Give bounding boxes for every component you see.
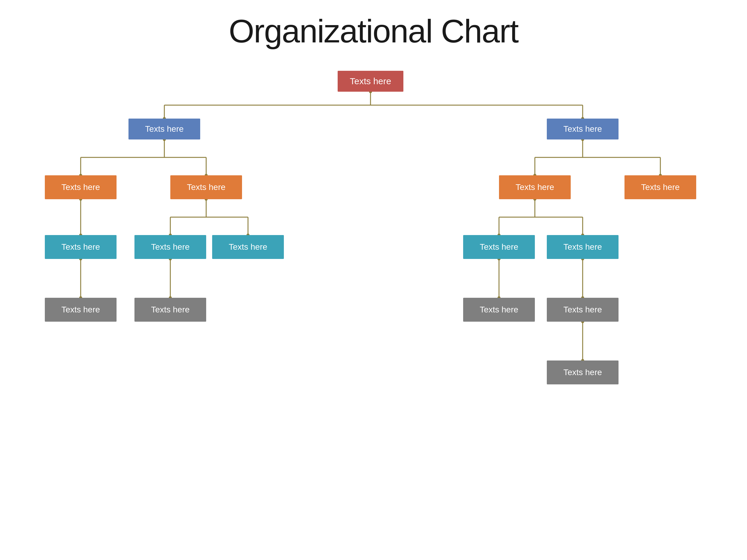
node-l1-left[interactable]: Texts here (128, 118, 200, 139)
node-l2-ll[interactable]: Texts here (45, 175, 117, 199)
node-l4-lr[interactable]: Texts here (134, 298, 206, 322)
node-l5-rlr[interactable]: Texts here (547, 361, 619, 384)
node-l3-rlr[interactable]: Texts here (547, 235, 619, 259)
node-l2-rl[interactable]: Texts here (499, 175, 571, 199)
org-chart: Texts here Texts here Texts here Texts h… (15, 68, 732, 560)
node-l2-lr[interactable]: Texts here (170, 175, 242, 199)
node-l3-lrr[interactable]: Texts here (212, 235, 284, 259)
node-l4-rll[interactable]: Texts here (463, 298, 535, 322)
node-l4-rlr[interactable]: Texts here (547, 298, 619, 322)
node-l1-right[interactable]: Texts here (547, 118, 619, 139)
page-title: Organizational Chart (229, 12, 518, 50)
node-l4-ll[interactable]: Texts here (45, 298, 117, 322)
connector-lines (15, 68, 732, 560)
node-l3-lrl[interactable]: Texts here (134, 235, 206, 259)
node-l3-rll[interactable]: Texts here (463, 235, 535, 259)
node-root[interactable]: Texts here (338, 71, 403, 92)
node-l2-rr[interactable]: Texts here (624, 175, 696, 199)
node-l3-ll[interactable]: Texts here (45, 235, 117, 259)
